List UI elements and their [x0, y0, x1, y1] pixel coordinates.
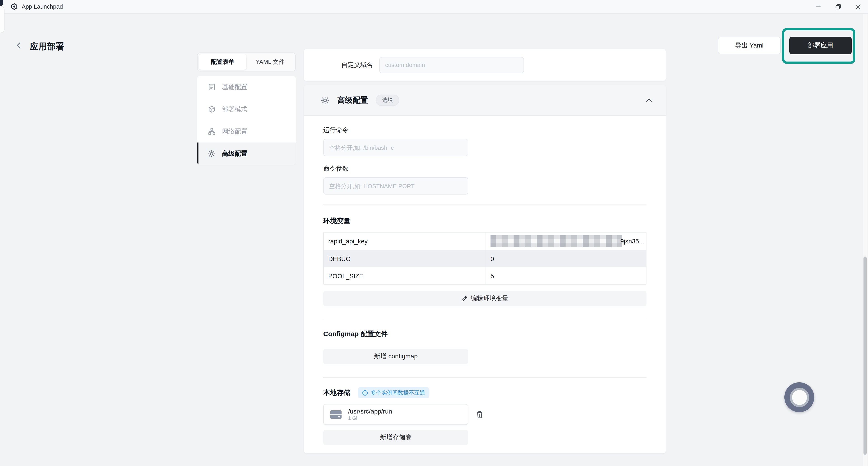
- gear-icon: [207, 149, 216, 158]
- close-button[interactable]: [848, 0, 868, 13]
- storage-volume-item[interactable]: /usr/src/app/run 1 Gi: [323, 404, 468, 425]
- back-icon[interactable]: [16, 41, 23, 49]
- app-title: App Launchpad: [22, 3, 63, 10]
- sidebar-item-label: 基础配置: [222, 83, 247, 91]
- edit-env-vars-label: 编辑环境变量: [471, 294, 508, 303]
- network-config-card: 自定义域名: [304, 49, 666, 81]
- table-row: rapid_api_key 9jsn35...: [324, 233, 646, 250]
- corner-notch: [0, 0, 3, 6]
- divider: [323, 204, 647, 205]
- volume-row: /usr/src/app/run 1 Gi: [323, 404, 647, 425]
- minimize-button[interactable]: [808, 0, 828, 13]
- env-key: rapid_api_key: [324, 233, 486, 250]
- window-controls: [808, 0, 868, 13]
- sidebar-item-label: 部署模式: [222, 105, 247, 113]
- env-value: 5: [486, 267, 646, 284]
- storage-info-text: 多个实例间数据不互通: [371, 389, 425, 397]
- env-vars-table: rapid_api_key 9jsn35... DEBUG 0 POOL_SIZ…: [323, 232, 647, 285]
- advanced-config-body: 运行命令 命令参数 环境变量 rapid_api_key 9jsn35... D…: [304, 126, 666, 445]
- add-volume-button[interactable]: 新增存储卷: [323, 430, 468, 445]
- chevron-up-icon[interactable]: [646, 97, 652, 104]
- sidebar-item-basic-config[interactable]: 基础配置: [197, 76, 296, 98]
- env-value-redacted: 9jsn35...: [486, 233, 646, 250]
- divider: [323, 320, 647, 320]
- info-icon: [362, 390, 368, 396]
- cmd-params-label: 命令参数: [323, 165, 647, 173]
- run-command-input[interactable]: [323, 139, 468, 156]
- env-key: DEBUG: [324, 250, 486, 267]
- sidebar-item-advanced-config[interactable]: 高级配置: [197, 143, 296, 165]
- app-logo-icon: [11, 3, 18, 10]
- advanced-config-header[interactable]: 高级配置 选填: [304, 85, 666, 116]
- add-configmap-button[interactable]: 新增 configmap: [323, 349, 468, 364]
- volume-size: 1 Gi: [348, 415, 392, 421]
- titlebar: App Launchpad: [0, 0, 868, 13]
- configmap-title: Configmap 配置文件: [323, 330, 647, 339]
- advanced-config-card: 高级配置 选填 运行命令 命令参数 环境变量 rapid_api_key: [304, 85, 666, 453]
- cmd-params-input[interactable]: [323, 177, 468, 195]
- sidebar-item-label: 网络配置: [222, 127, 247, 136]
- tab-config-form[interactable]: 配置表单: [199, 54, 246, 70]
- cursor-ring-middle: [789, 387, 809, 407]
- app-launchpad-window: App Launchpad 应用部署 导出 Yaml 部署应用: [0, 0, 868, 466]
- tab-yaml-file[interactable]: YAML 文件: [246, 54, 294, 70]
- page-title: 应用部署: [30, 41, 64, 53]
- env-vars-title: 环境变量: [323, 217, 647, 225]
- deploy-app-button[interactable]: 部署应用: [789, 37, 852, 54]
- trash-icon[interactable]: [476, 411, 483, 418]
- volume-path: /usr/src/app/run: [348, 408, 392, 415]
- hard-drive-icon: [330, 409, 342, 420]
- sidebar-item-network-config[interactable]: 网络配置: [197, 120, 296, 143]
- run-command-label: 运行命令: [323, 126, 647, 134]
- table-row: DEBUG 0: [324, 250, 646, 267]
- cube-icon: [207, 106, 216, 113]
- network-icon: [207, 127, 216, 135]
- config-mode-tabs: 配置表单 YAML 文件: [197, 53, 296, 71]
- env-key: POOL_SIZE: [324, 267, 486, 284]
- env-value: 0: [486, 250, 646, 267]
- cursor-highlight-ring: [784, 382, 814, 412]
- scrollbar-thumb[interactable]: [864, 257, 867, 455]
- document-icon: [207, 83, 216, 91]
- restore-button[interactable]: [828, 0, 848, 13]
- export-yaml-button[interactable]: 导出 Yaml: [718, 37, 781, 54]
- custom-domain-input[interactable]: [379, 57, 524, 73]
- config-section-menu: 基础配置 部署模式 网络配置: [197, 76, 296, 165]
- storage-info-badge: 多个实例间数据不互通: [358, 387, 429, 398]
- page-header: 应用部署 导出 Yaml 部署应用: [0, 13, 868, 49]
- divider: [323, 377, 647, 378]
- custom-domain-label: 自定义域名: [341, 61, 373, 69]
- pencil-icon: [461, 296, 467, 301]
- redacted-mosaic: [491, 235, 622, 247]
- table-row: POOL_SIZE 5: [324, 267, 646, 284]
- optional-badge: 选填: [376, 94, 399, 106]
- env-value: 9jsn35...: [620, 237, 644, 245]
- cursor-ring-center: [792, 390, 807, 405]
- local-storage-title: 本地存储: [323, 388, 350, 397]
- sidebar-item-label: 高级配置: [222, 149, 247, 158]
- sidebar-item-deploy-mode[interactable]: 部署模式: [197, 98, 296, 120]
- gear-icon: [320, 96, 330, 105]
- edit-env-vars-button[interactable]: 编辑环境变量: [323, 291, 647, 306]
- advanced-config-title: 高级配置: [337, 95, 368, 106]
